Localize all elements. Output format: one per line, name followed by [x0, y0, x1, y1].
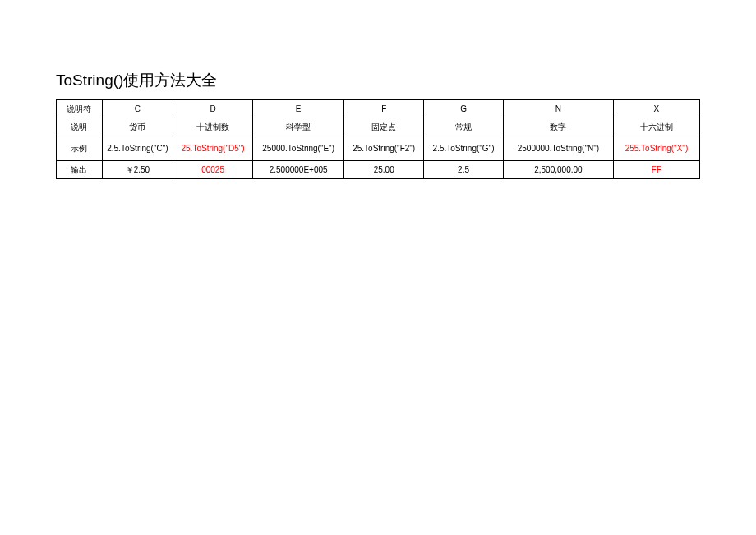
output-g: 2.5	[424, 161, 504, 179]
example-c: 2.5.ToString("C")	[102, 136, 173, 161]
label-output: 输出	[57, 161, 103, 179]
example-d: 25.ToString("D5")	[173, 136, 253, 161]
desc-f: 固定点	[344, 118, 424, 136]
spec-f: F	[344, 100, 424, 118]
row-specifier: 说明符 C D E F G N X	[57, 100, 700, 118]
desc-n: 数字	[503, 118, 613, 136]
spec-x: X	[613, 100, 699, 118]
desc-e: 科学型	[253, 118, 344, 136]
example-f: 25.ToString("F2")	[344, 136, 424, 161]
output-f: 25.00	[344, 161, 424, 179]
spec-e: E	[253, 100, 344, 118]
label-example: 示例	[57, 136, 103, 161]
output-x: FF	[613, 161, 699, 179]
desc-g: 常规	[424, 118, 504, 136]
row-example: 示例 2.5.ToString("C") 25.ToString("D5") 2…	[57, 136, 700, 161]
label-desc: 说明	[57, 118, 103, 136]
label-specifier: 说明符	[57, 100, 103, 118]
desc-c: 货币	[102, 118, 173, 136]
spec-g: G	[424, 100, 504, 118]
example-g: 2.5.ToString("G")	[424, 136, 504, 161]
example-n: 2500000.ToString("N")	[503, 136, 613, 161]
page-title: ToString()使用方法大全	[56, 70, 700, 91]
tostring-table: 说明符 C D E F G N X 说明 货币 十进制数 科学型 固定点 常规 …	[56, 99, 700, 179]
example-x: 255.ToString("X")	[613, 136, 699, 161]
output-d: 00025	[173, 161, 253, 179]
row-desc: 说明 货币 十进制数 科学型 固定点 常规 数字 十六进制	[57, 118, 700, 136]
output-e: 2.500000E+005	[253, 161, 344, 179]
spec-d: D	[173, 100, 253, 118]
spec-n: N	[503, 100, 613, 118]
desc-d: 十进制数	[173, 118, 253, 136]
output-c: ￥2.50	[102, 161, 173, 179]
desc-x: 十六进制	[613, 118, 699, 136]
example-e: 25000.ToString("E")	[253, 136, 344, 161]
spec-c: C	[102, 100, 173, 118]
output-n: 2,500,000.00	[503, 161, 613, 179]
row-output: 输出 ￥2.50 00025 2.500000E+005 25.00 2.5 2…	[57, 161, 700, 179]
